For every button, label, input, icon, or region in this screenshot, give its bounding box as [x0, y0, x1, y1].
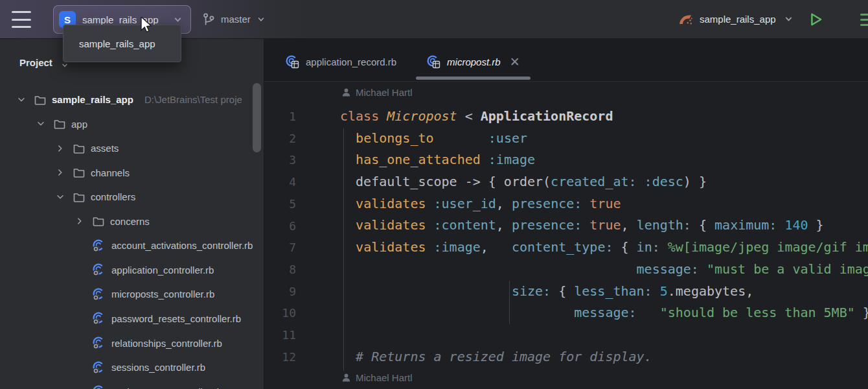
editor-tab-application_record.rb[interactable]: application_record.rb [275, 42, 407, 81]
folder-icon [53, 117, 66, 130]
rails-icon [678, 12, 693, 27]
line-number: 12 [264, 346, 296, 368]
chevron-right-icon[interactable] [53, 144, 67, 153]
code-line-1: class Micropost < ApplicationRecord [340, 106, 868, 128]
run-configuration-widget[interactable]: sample_rails_app [678, 0, 823, 38]
code-line-8: message: "must be a valid image format" … [340, 259, 868, 281]
close-tab-icon[interactable]: ✕ [510, 56, 520, 68]
project-path: D:\JetBrains\Test proje [144, 94, 242, 105]
tree-item-label: static_pages_controller.rb [111, 386, 222, 389]
ruby-file-icon [285, 54, 299, 69]
tree-item-label: sessions_controller.rb [111, 362, 205, 373]
ruby-file-icon [92, 360, 106, 375]
tree-item-microposts_controller.rb[interactable]: microposts_controller.rb [0, 284, 264, 304]
line-number: 1 [264, 106, 296, 128]
code-vision-author[interactable]: Michael Hartl [341, 372, 413, 383]
run-config-label: sample_rails_app [700, 14, 776, 25]
chevron-down-icon [257, 15, 266, 24]
folder-icon [73, 166, 86, 179]
gear-badge-icon [93, 294, 99, 301]
line-number: 11 [264, 324, 296, 346]
editor-gutter[interactable]: 123456789101112 [264, 106, 296, 368]
folder-icon [92, 215, 105, 228]
project-dropdown-item[interactable]: sample_rails_app [79, 38, 155, 49]
tree-item-relationships_controller.rb[interactable]: relationships_controller.rb [0, 333, 264, 353]
tree-item-label: relationships_controller.rb [111, 338, 222, 349]
table-badge-icon [292, 62, 299, 68]
ruby-file-icon [426, 54, 440, 69]
gear-badge-icon [93, 270, 99, 277]
editor-tabs: application_record.rbmicropost.rb✕ [264, 39, 868, 82]
tree-item-label: account_activations_controller.rb [111, 240, 253, 251]
project-dropdown: sample_rails_app [63, 25, 181, 62]
tree-item-static_pages_controller.rb[interactable]: static_pages_controller.rb [0, 382, 264, 389]
editor-area[interactable]: application_record.rbmicropost.rb✕ Micha… [264, 39, 868, 389]
tree-item-label: concerns [110, 216, 150, 227]
code-line-2: belongs_to :user [340, 128, 868, 150]
tree-item-application_controller.rb[interactable]: application_controller.rb [0, 260, 264, 280]
ruby-file-icon [92, 336, 106, 350]
code-line-9: size: { less_than: 5.megabytes, [340, 281, 868, 303]
line-number: 2 [264, 128, 296, 150]
editor-tab-micropost.rb[interactable]: micropost.rb✕ [416, 42, 530, 81]
line-number: 6 [264, 215, 296, 237]
hamburger-icon [12, 11, 31, 13]
chevron-down-icon[interactable] [53, 193, 67, 202]
tree-item-label: assets [91, 143, 119, 154]
project-tool-window: Project sample_rails_appD:\JetBrains\Tes… [0, 39, 264, 389]
ruby-file-icon [92, 384, 106, 389]
line-number: 5 [264, 193, 296, 215]
ruby-file-icon [92, 239, 106, 253]
tree-item-label: app [71, 119, 87, 130]
code-line-12: # Returns a resized image for display. [340, 346, 868, 368]
chevron-down-icon [784, 14, 794, 24]
project-selector-label: sample_rails_app [82, 14, 159, 25]
project-panel-title[interactable]: Project [19, 57, 52, 68]
gear-badge-icon [93, 343, 99, 349]
folder-icon [73, 191, 86, 204]
folder-icon [73, 142, 86, 155]
code-line-6: validates :content, presence: true, leng… [340, 215, 868, 237]
ruby-file-icon [92, 263, 106, 277]
tree-item-label: application_controller.rb [111, 265, 214, 276]
code-line-3: has_one_attached :image [340, 149, 868, 171]
code-content[interactable]: class Micropost < ApplicationRecord belo… [340, 106, 868, 368]
tree-item-label: channels [91, 167, 130, 178]
code-line-5: validates :user_id, presence: true [340, 193, 868, 215]
folder-icon [34, 93, 47, 106]
run-button[interactable] [809, 12, 823, 27]
tree-item-label: microposts_controller.rb [111, 289, 214, 300]
tree-item-label: sample_rails_app [52, 94, 133, 105]
chevron-down-icon[interactable] [34, 119, 48, 128]
gear-badge-icon [93, 246, 99, 252]
main-menu-button[interactable] [12, 11, 31, 28]
chevron-down-icon[interactable] [14, 95, 29, 104]
chevron-right-icon[interactable] [73, 217, 87, 226]
ide-window: S sample_rails_app master [0, 0, 868, 389]
tree-item-password_resets_controller.rb[interactable]: password_resets_controller.rb [0, 309, 264, 329]
tree-item-account_activations_controller.rb[interactable]: account_activations_controller.rb [0, 235, 264, 255]
line-number: 8 [264, 259, 296, 281]
tree-item-concerns[interactable]: concerns [0, 211, 264, 231]
git-branch-widget[interactable]: master [202, 0, 266, 38]
tree-scrollbar-thumb[interactable] [253, 83, 261, 152]
tree-item-channels[interactable]: channels [0, 163, 264, 183]
branch-name-label: master [221, 14, 251, 25]
ruby-file-icon [92, 311, 106, 325]
code-line-10: message: "should be less than 5MB" } [340, 302, 868, 324]
tab-label: application_record.rb [306, 56, 396, 67]
tree-item-sample_rails_app[interactable]: sample_rails_appD:\JetBrains\Test proje [0, 89, 264, 110]
tree-item-app[interactable]: app [0, 114, 264, 134]
gear-badge-icon [93, 319, 99, 325]
tree-item-sessions_controller.rb[interactable]: sessions_controller.rb [0, 357, 264, 377]
table-badge-icon [433, 62, 440, 68]
line-number: 10 [264, 302, 296, 324]
code-vision-author[interactable]: Michael Hartl [341, 87, 413, 98]
author-icon [341, 88, 351, 97]
toolbar-edge-icon[interactable] [860, 14, 868, 26]
chevron-right-icon[interactable] [53, 168, 67, 177]
tree-item-label: controllers [91, 191, 135, 202]
tree-item-controllers[interactable]: controllers [0, 187, 264, 207]
tree-item-assets[interactable]: assets [0, 138, 264, 158]
author-icon [341, 373, 351, 383]
